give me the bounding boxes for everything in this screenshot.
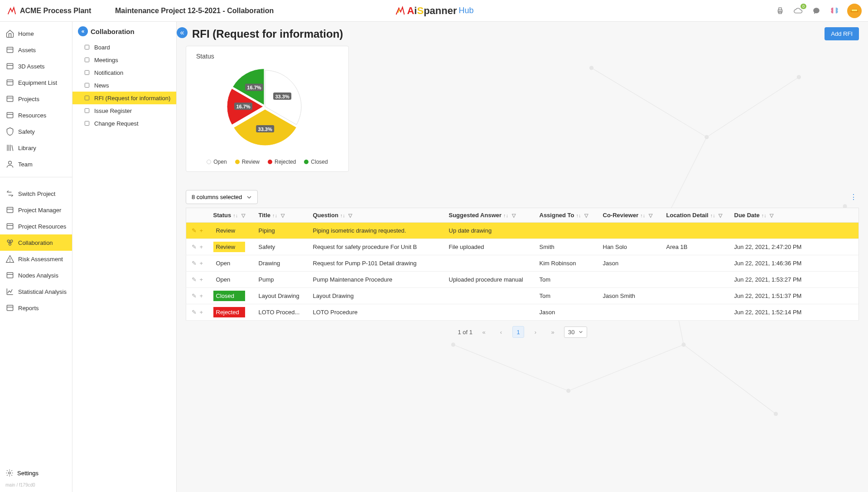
collapse-sub-sidebar-button[interactable]: « bbox=[78, 26, 88, 36]
sub-item-notification[interactable]: Notification bbox=[72, 66, 176, 79]
table-more-button[interactable]: ⋮ bbox=[848, 192, 859, 203]
sidebar-item-reports[interactable]: Reports bbox=[0, 300, 72, 316]
edit-icon[interactable]: ✎ bbox=[192, 244, 197, 250]
sort-icon[interactable]: ↑↓ bbox=[640, 213, 645, 218]
add-icon[interactable]: + bbox=[199, 292, 203, 299]
pager-first-button[interactable]: « bbox=[478, 326, 490, 338]
collapse-panel-button[interactable]: « bbox=[177, 27, 188, 38]
sub-item-board[interactable]: Board bbox=[72, 41, 176, 54]
legend-swatch bbox=[268, 160, 272, 164]
filter-icon[interactable]: ▽ bbox=[241, 213, 245, 218]
sort-icon[interactable]: ↑↓ bbox=[503, 213, 508, 218]
cell-location: Area 1B bbox=[662, 239, 730, 255]
page-size-selector[interactable]: 30 bbox=[564, 326, 587, 338]
edit-icon[interactable]: ✎ bbox=[192, 260, 197, 267]
svg-rect-37 bbox=[85, 45, 89, 49]
sort-icon[interactable]: ↑↓ bbox=[576, 213, 581, 218]
sidebar-item-nodes-analysis[interactable]: Nodes Analysis bbox=[0, 267, 72, 283]
column-title[interactable]: Title↑↓ ▽ bbox=[254, 208, 309, 223]
reports-icon bbox=[5, 303, 14, 312]
legend-item-open[interactable]: Open bbox=[207, 159, 227, 165]
legend-item-review[interactable]: Review bbox=[235, 159, 260, 165]
add-icon[interactable]: + bbox=[199, 309, 203, 316]
sidebar-item-project-manager[interactable]: Project Manager bbox=[0, 202, 72, 218]
pager-current[interactable]: 1 bbox=[512, 326, 524, 338]
sort-icon[interactable]: ↑↓ bbox=[762, 213, 767, 218]
sidebar-item-3d-assets[interactable]: 3D Assets bbox=[0, 58, 72, 74]
sub-item-issue-register[interactable]: Issue Register bbox=[72, 104, 176, 117]
sort-icon[interactable]: ↑↓ bbox=[233, 213, 238, 218]
cloud-status-button[interactable]: 0 bbox=[793, 5, 804, 16]
sidebar-item-equipment-list[interactable]: Equipment List bbox=[0, 74, 72, 91]
column-location-detail[interactable]: Location Detail↑↓ ▽ bbox=[662, 208, 730, 223]
edit-icon[interactable]: ✎ bbox=[192, 276, 197, 283]
legend-item-closed[interactable]: Closed bbox=[304, 159, 328, 165]
add-rfi-button[interactable]: Add RFI bbox=[825, 27, 859, 40]
sidebar-item-label: Projects bbox=[18, 96, 39, 102]
brain-icon-button[interactable] bbox=[829, 5, 840, 16]
filter-icon[interactable]: ▽ bbox=[770, 213, 773, 218]
table-row[interactable]: ✎+ReviewPipingPiping isometric drawing r… bbox=[186, 223, 859, 239]
table-row[interactable]: ✎+OpenPumpPump Maintenance ProcedureUplo… bbox=[186, 272, 859, 288]
add-icon[interactable]: + bbox=[199, 244, 203, 250]
sub-item-news[interactable]: News bbox=[72, 79, 176, 92]
filter-icon[interactable]: ▽ bbox=[512, 213, 516, 218]
sidebar-item-projects[interactable]: Projects bbox=[0, 91, 72, 107]
sidebar-item-label: Team bbox=[18, 161, 33, 168]
chat-button[interactable] bbox=[811, 5, 822, 16]
user-avatar[interactable] bbox=[847, 4, 862, 18]
table-row[interactable]: ✎+ClosedLayout DrawingLayout DrawingTomJ… bbox=[186, 288, 859, 304]
sub-item-icon bbox=[83, 82, 91, 89]
cell-title: Safety bbox=[254, 239, 309, 255]
pager-next-button[interactable]: › bbox=[530, 326, 541, 338]
table-row[interactable]: ✎+OpenDrawingRequest for Pump P-101 Deta… bbox=[186, 255, 859, 272]
sub-item-change-request[interactable]: Change Request bbox=[72, 117, 176, 130]
sidebar-item-resources[interactable]: Resources bbox=[0, 107, 72, 123]
sub-item-rfi-request-for-information-[interactable]: RFI (Request for information) bbox=[72, 92, 176, 104]
sidebar-item-collaboration[interactable]: Collaboration bbox=[0, 234, 72, 251]
column-assigned-to[interactable]: Assigned To↑↓ ▽ bbox=[535, 208, 598, 223]
table-row[interactable]: ✎+RejectedLOTO Proced...LOTO ProcedureJa… bbox=[186, 304, 859, 321]
edit-icon[interactable]: ✎ bbox=[192, 292, 197, 299]
sort-icon[interactable]: ↑↓ bbox=[340, 213, 345, 218]
settings-button[interactable]: Settings bbox=[0, 465, 72, 481]
sidebar-item-safety[interactable]: Safety bbox=[0, 123, 72, 140]
sidebar-item-home[interactable]: Home bbox=[0, 25, 72, 42]
sub-item-icon bbox=[83, 120, 91, 127]
svg-point-18 bbox=[9, 161, 12, 164]
filter-icon[interactable]: ▽ bbox=[281, 213, 285, 218]
sort-icon[interactable]: ↑↓ bbox=[272, 213, 277, 218]
column-suggested-answer[interactable]: Suggested Answer↑↓ ▽ bbox=[444, 208, 535, 223]
sidebar-item-statistical-analysis[interactable]: Statistical Analysis bbox=[0, 283, 72, 300]
edit-icon[interactable]: ✎ bbox=[192, 227, 197, 234]
column-due-date[interactable]: Due Date↑↓ ▽ bbox=[730, 208, 859, 223]
sub-item-meetings[interactable]: Meetings bbox=[72, 54, 176, 66]
column-selector[interactable]: 8 columns selected bbox=[186, 190, 258, 204]
sidebar-item-team[interactable]: Team bbox=[0, 156, 72, 172]
table-row[interactable]: ✎+ReviewSafetyRequest for safety procedu… bbox=[186, 239, 859, 255]
add-icon[interactable]: + bbox=[199, 227, 203, 234]
column-co-reviewer[interactable]: Co-Reviewer↑↓ ▽ bbox=[598, 208, 662, 223]
cell-coreviewer bbox=[598, 223, 662, 239]
column-question[interactable]: Question↑↓ ▽ bbox=[309, 208, 444, 223]
column-status[interactable]: Status↑↓ ▽ bbox=[209, 208, 254, 223]
svg-rect-39 bbox=[85, 70, 89, 74]
pager-last-button[interactable]: » bbox=[547, 326, 559, 338]
filter-icon[interactable]: ▽ bbox=[348, 213, 352, 218]
sidebar-item-assets[interactable]: Assets bbox=[0, 42, 72, 58]
legend-item-rejected[interactable]: Rejected bbox=[268, 159, 296, 165]
filter-icon[interactable]: ▽ bbox=[719, 213, 722, 218]
sidebar-item-project-resources[interactable]: Project Resources bbox=[0, 218, 72, 234]
pager-prev-button[interactable]: ‹ bbox=[495, 326, 507, 338]
sidebar-item-library[interactable]: Library bbox=[0, 140, 72, 156]
cell-question: LOTO Procedure bbox=[309, 304, 444, 321]
add-icon[interactable]: + bbox=[199, 260, 203, 267]
sidebar-item-switch-project[interactable]: Switch Project bbox=[0, 185, 72, 202]
edit-icon[interactable]: ✎ bbox=[192, 309, 197, 316]
sidebar-item-risk-assessment[interactable]: Risk Assessment bbox=[0, 251, 72, 267]
add-icon[interactable]: + bbox=[199, 276, 203, 283]
print-button[interactable] bbox=[775, 5, 786, 16]
filter-icon[interactable]: ▽ bbox=[649, 213, 652, 218]
filter-icon[interactable]: ▽ bbox=[584, 213, 588, 218]
sort-icon[interactable]: ↑↓ bbox=[710, 213, 715, 218]
